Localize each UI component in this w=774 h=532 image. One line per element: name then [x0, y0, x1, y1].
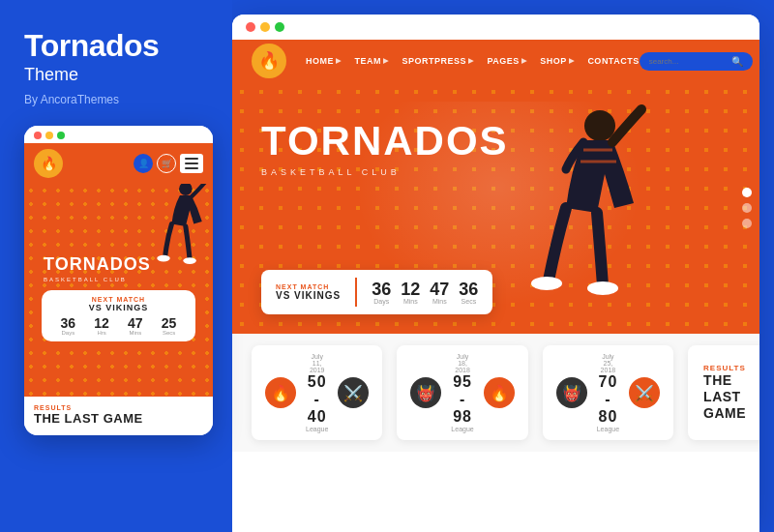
- desktop-content: 🔥 HOME ▶ TEAM ▶ SPORTPRESS ▶: [232, 40, 759, 532]
- mobile-topbar: [24, 126, 213, 143]
- results-card-label: RESULTS: [703, 364, 759, 372]
- countdown-secs-label: Secs: [162, 330, 177, 336]
- nav-link-shop[interactable]: SHOP ▶: [540, 56, 574, 66]
- team1-logo-3: 👹: [556, 377, 587, 408]
- team2-logo-2: 🔥: [484, 377, 515, 408]
- hero-cd-mins-label: Mins: [401, 298, 420, 305]
- countdown-days-label: Days: [61, 330, 76, 336]
- mobile-results-label: RESULTS: [34, 404, 203, 411]
- desk-dot-red: [246, 22, 255, 32]
- mobile-icon-cart: 🛒: [157, 154, 176, 173]
- countdown-days: 36 Days: [61, 316, 76, 336]
- game-result-card-3: 👹 July 25, 2018 70 - 80 League ⚔️: [543, 345, 673, 440]
- mobile-hero: TORNADOS BASKETBALL CLUB NEXT MATCH VS V…: [24, 184, 213, 396]
- svg-point-2: [183, 257, 196, 264]
- svg-point-0: [179, 184, 193, 195]
- game-info-3: July 25, 2018 70 - 80 League: [597, 353, 619, 432]
- countdown-mins-num: 47: [128, 316, 143, 330]
- countdown-mins-label: Mins: [128, 330, 143, 336]
- theme-title: Tornados Theme By AncoraThemes: [24, 29, 159, 106]
- team1-logo-1: 🔥: [265, 377, 296, 408]
- mobile-match-label: NEXT MATCH: [51, 296, 186, 303]
- team2-logo-3: ⚔️: [629, 377, 660, 408]
- search-box[interactable]: 🔍: [640, 52, 753, 71]
- hero-cd-secs-label: Secs: [459, 298, 478, 305]
- nav-link-sportpress[interactable]: SPORTPRESS ▶: [402, 56, 474, 66]
- search-input[interactable]: [649, 57, 727, 66]
- countdown-days-num: 36: [61, 316, 76, 330]
- desk-logo: 🔥: [252, 44, 286, 78]
- hero-cd-days-num: 36: [372, 281, 391, 298]
- hero-cd-days: 36 Days: [372, 281, 391, 305]
- dot-red: [34, 132, 42, 139]
- nav-link-home[interactable]: HOME ▶: [306, 56, 342, 66]
- game-score-1: 50 - 40: [306, 373, 328, 426]
- desktop-mockup: 🔥 HOME ▶ TEAM ▶ SPORTPRESS ▶: [232, 15, 759, 532]
- mobile-player-image: [140, 184, 213, 285]
- svg-point-1: [157, 255, 170, 262]
- game-date-2: July 18, 2018: [451, 353, 473, 373]
- hero-cd-mins2-label: Mins: [430, 298, 449, 305]
- title-text: Tornados: [24, 29, 159, 63]
- countdown-mins: 47 Mins: [128, 316, 143, 336]
- hero-cd-mins2: 47 Mins: [430, 281, 449, 305]
- countdown-hrs-label: Hrs: [94, 330, 109, 336]
- nav-right: 🔍 🛒 0: [640, 47, 759, 74]
- svg-point-5: [587, 281, 618, 295]
- nav-left: 🔥 HOME ▶ TEAM ▶ SPORTPRESS ▶: [252, 44, 640, 78]
- hero-match-info: NEXT MATCH VS VIKINGS: [276, 283, 341, 301]
- mobile-logo: 🔥: [34, 149, 63, 178]
- game-info-2: July 18, 2018 95 - 98 League: [451, 353, 473, 432]
- mobile-match-card: NEXT MATCH VS VIKINGS 36 Days 12 Hrs 47 …: [42, 290, 195, 341]
- desk-dot-green: [275, 22, 284, 32]
- game-date-1: July 11, 2019: [306, 353, 328, 373]
- nav-links: HOME ▶ TEAM ▶ SPORTPRESS ▶ PAGES ▶: [306, 56, 640, 66]
- hero-match-label: NEXT MATCH: [276, 283, 341, 290]
- nav-link-contacts[interactable]: CONTACTS: [587, 56, 639, 66]
- hero-countdown: 36 Days 12 Mins 47 Mins 36 Secs: [372, 281, 478, 305]
- countdown-hrs: 12 Hrs: [94, 316, 109, 336]
- dot-green: [57, 132, 65, 139]
- mobile-match-vs: VS VIKINGS: [51, 303, 186, 312]
- hero-content: TORNADOS BASKETBALL CLUB: [232, 82, 759, 177]
- game-league-1: League: [306, 426, 328, 432]
- hero-cd-mins: 12 Mins: [401, 281, 420, 305]
- team2-logo-1: ⚔️: [338, 377, 369, 408]
- hero-match-divider: [355, 278, 357, 307]
- mobile-nav: 🔥 👤 🛒: [24, 143, 213, 184]
- desktop-topbar: [232, 15, 759, 40]
- hero-match-vs: VS VIKINGS: [276, 290, 341, 301]
- desktop-nav: 🔥 HOME ▶ TEAM ▶ SPORTPRESS ▶: [232, 40, 759, 82]
- nav-link-pages[interactable]: PAGES ▶: [488, 56, 527, 66]
- subtitle-text: Theme: [24, 65, 159, 85]
- team1-logo-2: 👹: [410, 377, 441, 408]
- countdown-hrs-num: 12: [94, 316, 109, 330]
- svg-point-3: [584, 110, 615, 141]
- hero-cd-days-label: Days: [372, 298, 391, 305]
- game-result-card-2: 👹 July 18, 2018 95 - 98 League 🔥: [397, 345, 527, 440]
- desktop-bottom: 🔥 July 11, 2019 50 - 40 League ⚔️ 👹 July…: [232, 334, 759, 452]
- countdown-secs: 25 Secs: [162, 316, 177, 336]
- nav-link-team[interactable]: TEAM ▶: [355, 56, 389, 66]
- hero-cd-secs: 36 Secs: [459, 281, 478, 305]
- results-card-title: THE LAST GAME: [703, 372, 759, 421]
- game-result-card-1: 🔥 July 11, 2019 50 - 40 League ⚔️: [252, 345, 382, 440]
- mobile-results-section: RESULTS THE LAST GAME: [24, 397, 213, 436]
- hero-player: [508, 102, 663, 334]
- by-text: By AncoraThemes: [24, 93, 159, 106]
- side-nav: [742, 188, 752, 228]
- game-info-1: July 11, 2019 50 - 40 League: [306, 353, 328, 432]
- svg-point-4: [531, 277, 562, 290]
- side-nav-dot-1[interactable]: [742, 188, 752, 197]
- desk-dot-yellow: [260, 22, 270, 32]
- mobile-results-title: THE LAST GAME: [34, 411, 203, 427]
- game-score-2: 95 - 98: [451, 373, 473, 426]
- mobile-icon-user: 👤: [134, 154, 153, 173]
- dot-yellow: [45, 132, 53, 139]
- search-icon: 🔍: [731, 56, 743, 67]
- side-nav-dot-3[interactable]: [742, 219, 752, 228]
- side-nav-dot-2[interactable]: [742, 203, 752, 213]
- countdown-secs-num: 25: [162, 316, 177, 330]
- left-panel: Tornados Theme By AncoraThemes 🔥 👤 🛒: [0, 0, 232, 532]
- mobile-hamburger-icon[interactable]: [180, 154, 203, 173]
